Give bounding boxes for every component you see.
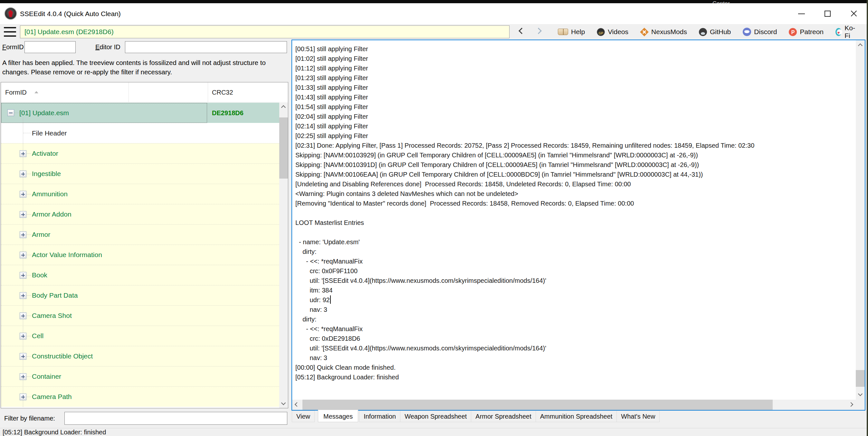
log-line: [02:14] still applying Filter [296,121,854,131]
column-divider[interactable] [128,82,129,102]
tree-row[interactable]: Actor Value Information [1,244,279,265]
kofi-icon: ♥ [835,28,842,36]
chevron-left-icon [295,402,299,407]
log-line: util: '[SSEEdit v4.0.4](https://www.nexu… [296,276,854,286]
tree-row[interactable]: Container [1,366,279,387]
expand-toggle-icon[interactable] [20,292,26,299]
formid-input[interactable] [25,41,76,53]
tab[interactable]: View [292,410,315,422]
tree-row[interactable]: Camera Path [1,387,279,407]
github-link-label: GitHub [710,28,731,36]
tree-vertical-scrollbar[interactable] [279,103,288,408]
log-line [296,228,854,237]
tab[interactable]: Weapon Spreadsheet [400,410,471,422]
tab-label: Information [364,413,396,420]
tree-row-label: Cell [32,332,43,340]
scroll-up-button[interactable] [856,41,864,49]
tree-row[interactable]: Armor Addon [1,204,279,224]
expand-toggle-icon[interactable] [20,191,26,198]
tree-row[interactable]: Cell [1,326,279,346]
tree-row[interactable]: [01] Update.esm DE2918D6 [1,103,279,123]
scroll-down-button[interactable] [279,399,288,408]
column-header-formid[interactable]: FormID [5,82,27,102]
discord-link[interactable]: Discord [743,28,777,36]
nexusmods-icon [640,28,649,36]
tree-row[interactable]: Body Part Data [1,285,279,305]
maximize-button[interactable] [814,3,841,24]
github-link[interactable]: GitHub [699,28,731,36]
editor-id-input[interactable] [125,41,287,53]
chevron-right-icon [535,28,542,34]
tab-label: Ammunition Spreadsheet [540,413,613,420]
expand-toggle-icon[interactable] [20,171,26,177]
expand-toggle-icon[interactable] [20,353,26,360]
tree-row[interactable]: Book [1,265,279,285]
expand-toggle-icon[interactable] [7,109,14,116]
scrollbar-thumb[interactable] [279,118,288,178]
close-button[interactable] [841,3,867,24]
column-header-crc32[interactable]: CRC32 [212,82,233,102]
tree-row[interactable]: File Header [1,123,279,143]
tree-row-label: Constructible Object [32,353,93,360]
scrollbar-thumb[interactable] [303,400,773,410]
videos-link[interactable]: GP Videos [597,28,628,36]
filter-by-filename-input[interactable] [64,412,287,425]
expand-toggle-icon[interactable] [20,150,26,157]
tree-row-label: Camera Shot [32,312,72,320]
videos-link-label: Videos [608,28,628,36]
scroll-down-button[interactable] [856,390,864,399]
patreon-link[interactable]: P Patreon [789,28,824,36]
expand-toggle-icon[interactable] [20,394,26,400]
tree-row[interactable]: Constructible Object [1,346,279,366]
message-log[interactable]: [00:51] still applying Filter [01:02] st… [296,44,854,382]
expand-toggle-icon[interactable] [20,272,26,279]
tree-row-label: Actor Value Information [32,251,102,259]
plugin-selector[interactable]: [01] Update.esm (DE2918D6) [20,26,509,38]
filter-notice-line2: changes. Please remove or re-apply the f… [2,67,287,76]
nav-back-button[interactable] [515,29,528,36]
expand-toggle-icon[interactable] [20,231,26,238]
tree-guide-line [27,154,31,154]
log-line: <Warning: Plugin contains 3 deleted NavM… [296,189,854,199]
nexusmods-link[interactable]: NexusMods [640,28,687,36]
tab[interactable]: Messages [318,410,358,422]
expand-toggle-icon[interactable] [20,312,26,319]
tree-row-label: [01] Update.esm [19,109,69,117]
tab[interactable]: What's New [616,410,660,422]
scroll-left-button[interactable] [292,400,302,410]
tree-row[interactable]: Ingestible [1,164,279,184]
tab-label: Messages [323,413,353,420]
tree-guide-line [27,194,31,194]
log-line: dirty: [296,314,854,324]
scrollbar-thumb[interactable] [856,370,865,387]
tree-row[interactable]: Activator [1,143,279,164]
help-link[interactable]: Help [558,28,585,36]
tab[interactable]: Information [359,410,400,422]
expand-toggle-icon[interactable] [20,251,26,258]
tree-row[interactable]: Camera Shot [1,305,279,326]
log-line: [02:04] still applying Filter [296,112,854,121]
tab[interactable]: Ammunition Spreadsheet [536,410,617,422]
messages-panel[interactable]: [00:51] still applying Filter [01:02] st… [291,40,865,410]
expand-toggle-icon[interactable] [20,333,26,339]
tree-row[interactable]: Ammunition [1,184,279,204]
discord-link-label: Discord [754,28,777,36]
log-line: [01:43] still applying Filter [296,92,854,102]
log-line: [05:12] Background Loader: finished [296,372,854,382]
tree-guide-line [23,133,31,133]
scroll-up-button[interactable] [279,103,288,111]
log-line: [02:25] still applying Filter [296,131,854,141]
nav-forward-button[interactable] [532,29,545,36]
scrollbar-corner [856,400,865,410]
tree-row[interactable]: Armor [1,224,279,244]
messages-vertical-scrollbar[interactable] [856,40,865,400]
discord-icon [743,28,751,36]
scroll-right-button[interactable] [846,400,856,410]
kofi-link[interactable]: ♥ Ko-Fi [835,24,857,40]
menu-button[interactable] [4,27,17,37]
messages-horizontal-scrollbar[interactable] [292,400,856,410]
tab[interactable]: Armor Spreadsheet [471,410,536,422]
expand-toggle-icon[interactable] [20,373,26,380]
expand-toggle-icon[interactable] [20,211,26,218]
minimize-button[interactable] [788,3,814,24]
